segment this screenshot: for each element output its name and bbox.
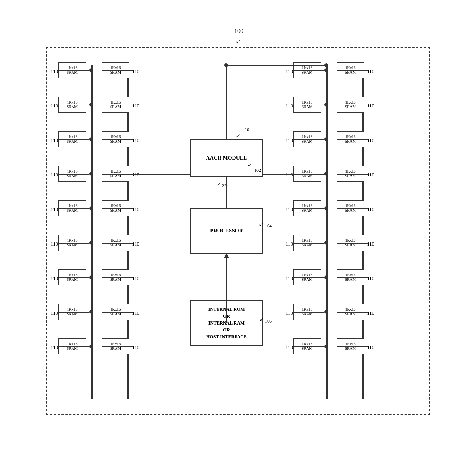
hline-l7-left (58, 277, 89, 278)
hline-r7-right (337, 277, 368, 278)
dot-l2 (89, 103, 93, 107)
hline-r8-right (337, 312, 368, 313)
bus-left-to-aacr (129, 174, 190, 175)
dot-l8 (89, 310, 93, 314)
label-r5-right: 110 (367, 206, 374, 213)
hline-r3-left (293, 139, 324, 140)
internal-ref: 106 (265, 318, 272, 324)
proc-ref-arrow: ↙ (259, 221, 263, 227)
hline-l4-right (102, 174, 133, 175)
hline-l2-right (102, 105, 133, 105)
label-l8-left: 110 (51, 310, 58, 316)
figure-label: 100 (234, 28, 243, 35)
label-r3-left: 110 (286, 137, 293, 143)
label-l7-left: 110 (51, 275, 58, 282)
label-l5-left: 110 (51, 206, 58, 213)
hline-l9-left (58, 346, 89, 347)
arrow-up-proc (224, 253, 229, 258)
hline-r7-left (293, 277, 324, 278)
aacr-top-ref: 120 (242, 127, 250, 133)
dot-l9 (89, 345, 93, 348)
label-l9-left: 110 (51, 345, 58, 351)
processor-ref: 104 (265, 223, 272, 229)
label-l2-left: 110 (51, 103, 58, 109)
int-to-proc-line (226, 300, 227, 323)
dot-r6 (324, 241, 328, 245)
dot-top-right (324, 63, 328, 67)
hline-l5-left (58, 208, 89, 209)
label-r2-left: 110 (286, 103, 293, 109)
dot-l4 (89, 172, 93, 176)
dot-r7 (324, 275, 328, 279)
hline-l2-left (58, 105, 89, 105)
label-r1-right: 110 (367, 68, 374, 74)
label-l7-right: 110 (132, 275, 139, 282)
hline-r3-right (337, 139, 368, 140)
dot-l1 (89, 68, 93, 72)
dot-l7 (89, 275, 93, 279)
top-line-aacr (226, 65, 227, 139)
label-l8-right: 110 (132, 310, 139, 316)
hline-l1-right (102, 70, 133, 71)
hline-r6-right (337, 243, 368, 244)
diagram: 100 ↙ 1Kx16SRAM 110 1Kx16SRAM 110 1Kx16S… (27, 24, 449, 427)
hline-l8-right (102, 312, 133, 313)
dot-r5 (324, 206, 328, 210)
label-r3-right: 110 (367, 137, 374, 143)
bus-aacr-to-right (263, 174, 326, 175)
label-r7-right: 110 (367, 275, 374, 282)
left-bus-1 (91, 65, 93, 399)
hline-l3-right (102, 139, 133, 140)
label-l1-right: 110 (132, 68, 139, 74)
top-line-right (326, 65, 327, 139)
hline-r2-left (293, 105, 324, 105)
bus-ref-arrow: ↙ (217, 181, 221, 187)
label-l3-left: 110 (51, 137, 58, 143)
hline-r4-right (337, 174, 368, 175)
label-r5-left: 110 (286, 206, 293, 213)
hline-r5-right (337, 208, 368, 209)
top-hline-full (228, 65, 327, 66)
aacr-to-proc-line (226, 177, 227, 208)
hline-l6-left (58, 243, 89, 244)
hline-r1-right (337, 70, 368, 71)
hline-l4-left (58, 174, 89, 175)
label-r8-left: 110 (286, 310, 293, 316)
label-l3-right: 110 (132, 137, 139, 143)
dot-r8 (324, 310, 328, 314)
hline-l9-right (102, 346, 133, 347)
label-r8-right: 110 (367, 310, 374, 316)
label-r6-left: 110 (286, 241, 293, 247)
label-r6-right: 110 (367, 241, 374, 247)
label-r2-right: 110 (367, 103, 374, 109)
hline-l1-left (58, 70, 89, 71)
hline-r1-left (293, 70, 324, 71)
hline-l3-left (58, 139, 89, 140)
label-l9-right: 110 (132, 345, 139, 351)
hline-l5-right (102, 208, 133, 209)
dot-l3 (89, 137, 93, 141)
aacr-ref: 102 (254, 168, 261, 173)
hline-l7-right (102, 277, 133, 278)
aacr-top-arrow: ↙ (236, 133, 240, 139)
label-r4-right: 110 (367, 172, 374, 178)
figure-arrow: ↙ (236, 38, 240, 45)
hline-r8-left (293, 312, 324, 313)
hline-l6-right (102, 243, 133, 244)
hline-r2-right (337, 105, 368, 105)
label-l4-right: 110 (132, 172, 139, 178)
label-l6-right: 110 (132, 241, 139, 247)
label-l6-left: 110 (51, 241, 58, 247)
dot-l5 (89, 206, 93, 210)
hline-r9-left (293, 346, 324, 347)
hline-l8-left (58, 312, 89, 313)
label-l1-left: 110 (51, 68, 58, 74)
label-l4-left: 110 (51, 172, 58, 178)
label-r4-left: 110 (286, 172, 293, 178)
hline-r6-left (293, 243, 324, 244)
int-ref-arrow: ↙ (259, 316, 264, 323)
hline-r9-right (337, 346, 368, 347)
label-r1-left: 110 (286, 68, 293, 74)
processor-label: PROCESSOR (210, 228, 243, 234)
hline-r5-left (293, 208, 324, 209)
